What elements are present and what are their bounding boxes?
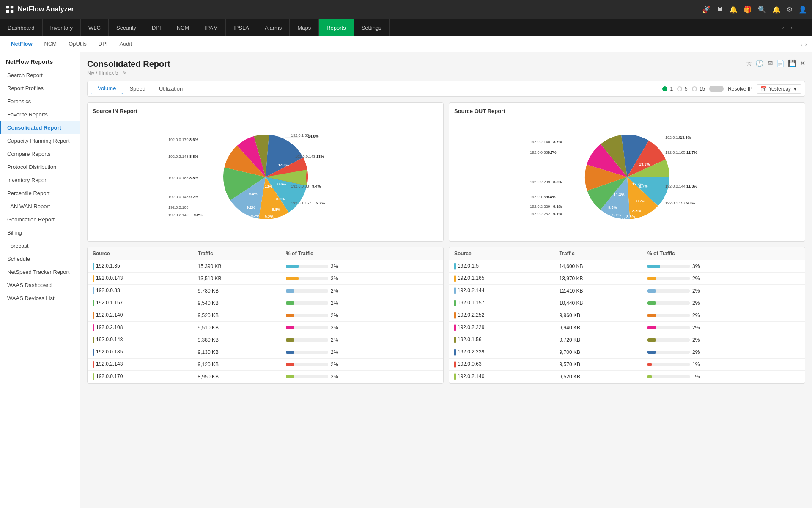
sidebar-item-schedule[interactable]: Schedule xyxy=(0,252,80,265)
search-icon[interactable]: 🔍 xyxy=(758,6,766,14)
svg-text:9.2%: 9.2% xyxy=(189,195,198,199)
nav-prev[interactable]: ‹ xyxy=(779,19,787,36)
sidebar-item-forecast[interactable]: Forecast xyxy=(0,239,80,252)
schedule-icon[interactable]: 🕐 xyxy=(755,59,764,67)
sidebar-item-billing[interactable]: Billing xyxy=(0,226,80,239)
table-row[interactable]: 192.0.0.148 9,380 KB 2% xyxy=(88,334,443,346)
sub-nav-oputils[interactable]: OpUtils xyxy=(63,36,93,52)
table-row[interactable]: 192.0.1.5 14,600 KB 3% xyxy=(449,260,805,273)
top-bar: NetFlow Analyzer 🚀 🖥 🔔 🎁 🔍 🔔 ⚙ 👤 xyxy=(0,0,812,19)
radio-15min[interactable]: 15 xyxy=(692,86,705,92)
nav-ncm[interactable]: NCM xyxy=(169,19,198,36)
sidebar-item-geolocation-report[interactable]: Geolocation Report xyxy=(0,213,80,226)
sidebar-item-consolidated-report[interactable]: Consolidated Report xyxy=(0,121,80,134)
sidebar-item-search-report[interactable]: Search Report xyxy=(0,69,80,82)
close-icon[interactable]: ✕ xyxy=(800,59,805,67)
nav-alarms[interactable]: Alarms xyxy=(257,19,290,36)
sidebar-item-protocol-distribution[interactable]: Protocol Distribution xyxy=(0,160,80,174)
pdf-icon[interactable]: 📄 xyxy=(776,59,785,67)
sub-nav-ncm[interactable]: NCM xyxy=(38,36,63,52)
table-row[interactable]: 192.0.2.108 9,510 KB 2% xyxy=(88,322,443,334)
gift-icon[interactable]: 🎁 xyxy=(743,6,752,14)
edit-icon[interactable]: ✎ xyxy=(122,70,126,76)
table-row[interactable]: 192.0.2.140 9,520 KB 1% xyxy=(449,371,805,383)
table-row[interactable]: 192.0.0.83 9,780 KB 2% xyxy=(88,285,443,297)
nav-dpi[interactable]: DPI xyxy=(144,19,169,36)
tab-speed[interactable]: Speed xyxy=(123,83,152,94)
source-in-panel: Source IN Report xyxy=(87,102,444,242)
table-row[interactable]: 192.0.2.144 12,410 KB 2% xyxy=(449,285,805,297)
sub-nav-next[interactable]: › xyxy=(805,41,807,47)
star-icon[interactable]: ☆ xyxy=(746,59,752,67)
sidebar-item-waas-dashboard[interactable]: WAAS Dashboard xyxy=(0,279,80,292)
sidebar-item-favorite-reports[interactable]: Favorite Reports xyxy=(0,108,80,121)
sidebar-item-waas-devices[interactable]: WAAS Devices List xyxy=(0,292,80,305)
nav-inventory[interactable]: Inventory xyxy=(43,19,81,36)
source-in-col-traffic: Traffic xyxy=(193,247,281,260)
notification-icon[interactable]: 🔔 xyxy=(772,6,781,14)
sidebar-item-percentile-report[interactable]: Percentile Report xyxy=(0,187,80,200)
tab-utilization[interactable]: Utilization xyxy=(152,83,189,94)
table-row[interactable]: 192.0.2.239 9,700 KB 2% xyxy=(449,346,805,359)
table-row[interactable]: 192.0.2.143 9,120 KB 2% xyxy=(88,359,443,371)
monitor-icon[interactable]: 🖥 xyxy=(716,6,723,13)
table-row[interactable]: 192.0.2.229 9,940 KB 2% xyxy=(449,322,805,334)
radio-1min[interactable]: 1 xyxy=(662,86,673,92)
svg-text:8.8%: 8.8% xyxy=(276,197,285,201)
table-row[interactable]: 192.0.1.165 13,970 KB 2% xyxy=(449,273,805,285)
bell-icon[interactable]: 🔔 xyxy=(729,6,738,14)
sidebar-item-forensics[interactable]: Forensics xyxy=(0,95,80,108)
download-icon[interactable]: 💾 xyxy=(788,59,796,67)
table-row[interactable]: 192.0.1.157 10,440 KB 2% xyxy=(449,297,805,309)
nav-reports[interactable]: Reports xyxy=(319,19,354,36)
nav-ipam[interactable]: IPAM xyxy=(197,19,226,36)
table-row[interactable]: 192.0.0.63 9,570 KB 1% xyxy=(449,359,805,371)
sidebar-item-netspeed-tracker[interactable]: NetSpeed Tracker Report xyxy=(0,265,80,279)
svg-text:11.3%: 11.3% xyxy=(614,193,625,197)
table-row[interactable]: 192.0.1.56 9,720 KB 2% xyxy=(449,334,805,346)
table-row[interactable]: 192.0.2.252 9,960 KB 2% xyxy=(449,309,805,322)
svg-text:192.0.0.143: 192.0.0.143 xyxy=(295,155,315,159)
settings-icon[interactable]: ⚙ xyxy=(787,6,793,14)
sub-nav-dpi[interactable]: DPI xyxy=(93,36,114,52)
date-selector[interactable]: 📅 Yesterday ▼ xyxy=(757,84,801,94)
sidebar-item-compare-reports[interactable]: Compare Reports xyxy=(0,147,80,160)
tab-volume[interactable]: Volume xyxy=(91,83,123,94)
source-out-panel: Source OUT Report xyxy=(449,102,805,242)
email-icon[interactable]: ✉ xyxy=(767,59,773,67)
sub-nav-audit[interactable]: Audit xyxy=(113,36,138,52)
svg-text:8.8%: 8.8% xyxy=(272,207,281,212)
page-actions: ☆ 🕐 ✉ 📄 💾 ✕ xyxy=(746,59,805,67)
chevron-down-icon: ▼ xyxy=(793,86,798,92)
nav-settings[interactable]: Settings xyxy=(354,19,390,36)
sub-nav: NetFlow NCM OpUtils DPI Audit ‹ › xyxy=(0,36,812,52)
nav-wlc[interactable]: WLC xyxy=(81,19,109,36)
nav-more[interactable]: ⋮ xyxy=(796,19,812,36)
nav-ipsla[interactable]: IPSLA xyxy=(226,19,257,36)
svg-text:8.8%: 8.8% xyxy=(189,176,198,180)
rocket-icon[interactable]: 🚀 xyxy=(702,6,710,14)
table-row[interactable]: 192.0.0.143 13,510 KB 3% xyxy=(88,273,443,285)
nav-dashboard[interactable]: Dashboard xyxy=(0,19,43,36)
table-row[interactable]: 192.0.2.140 9,520 KB 2% xyxy=(88,309,443,322)
sidebar-item-report-profiles[interactable]: Report Profiles xyxy=(0,82,80,95)
user-icon[interactable]: 👤 xyxy=(798,6,807,14)
nav-security[interactable]: Security xyxy=(109,19,144,36)
sub-nav-prev[interactable]: ‹ xyxy=(801,41,802,47)
table-row[interactable]: 192.0.0.170 8,950 KB 2% xyxy=(88,371,443,383)
table-row[interactable]: 192.0.1.157 9,540 KB 2% xyxy=(88,297,443,309)
sidebar-item-lan-wan-report[interactable]: LAN WAN Report xyxy=(0,200,80,213)
resolve-ip-toggle[interactable] xyxy=(709,86,724,92)
table-row[interactable]: 192.0.0.185 9,130 KB 2% xyxy=(88,346,443,359)
pct-cell: 2% xyxy=(642,273,805,285)
sidebar-item-inventory-report[interactable]: Inventory Report xyxy=(0,174,80,187)
pct-cell: 3% xyxy=(281,273,443,285)
table-row[interactable]: 192.0.1.35 15,390 KB 3% xyxy=(88,260,443,273)
sub-nav-netflow[interactable]: NetFlow xyxy=(5,36,38,52)
breadcrumb-text: Niv / IfIndex 5 xyxy=(87,70,118,76)
svg-rect-3 xyxy=(11,10,13,13)
sidebar-item-capacity-planning[interactable]: Capacity Planning Report xyxy=(0,134,80,147)
nav-maps[interactable]: Maps xyxy=(290,19,319,36)
nav-next[interactable]: › xyxy=(787,19,796,36)
radio-5min[interactable]: 5 xyxy=(677,86,688,92)
